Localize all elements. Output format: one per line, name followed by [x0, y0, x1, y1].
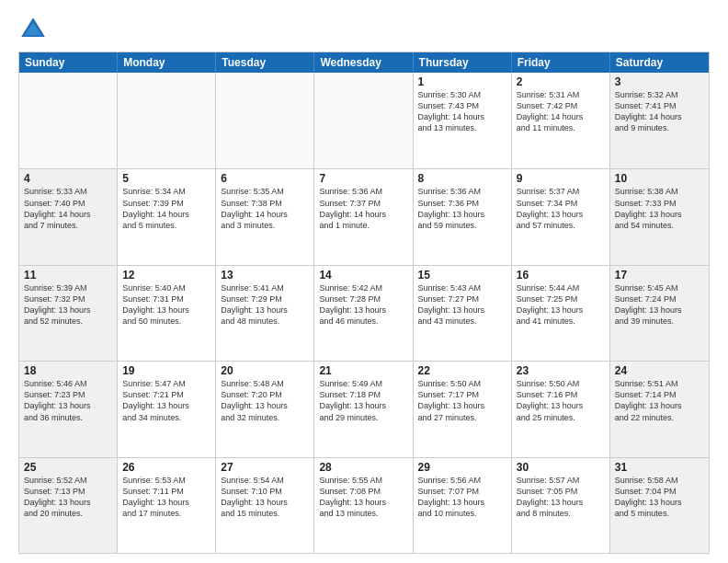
week-row-3: 11Sunrise: 5:39 AM Sunset: 7:32 PM Dayli… [19, 265, 709, 361]
week-row-4: 18Sunrise: 5:46 AM Sunset: 7:23 PM Dayli… [19, 361, 709, 456]
day-info: Sunrise: 5:37 AM Sunset: 7:34 PM Dayligh… [517, 186, 605, 231]
day-info: Sunrise: 5:39 AM Sunset: 7:32 PM Dayligh… [24, 282, 112, 327]
cal-cell-22: 22Sunrise: 5:50 AM Sunset: 7:17 PM Dayli… [414, 362, 512, 456]
day-info: Sunrise: 5:44 AM Sunset: 7:25 PM Dayligh… [517, 282, 605, 327]
day-info: Sunrise: 5:32 AM Sunset: 7:41 PM Dayligh… [615, 89, 704, 134]
cal-cell-9: 9Sunrise: 5:37 AM Sunset: 7:34 PM Daylig… [512, 169, 610, 264]
week-row-1: 1Sunrise: 5:30 AM Sunset: 7:43 PM Daylig… [19, 73, 709, 168]
cal-cell-5: 5Sunrise: 5:34 AM Sunset: 7:39 PM Daylig… [118, 169, 216, 264]
day-info: Sunrise: 5:30 AM Sunset: 7:43 PM Dayligh… [418, 89, 506, 134]
cal-cell-18: 18Sunrise: 5:46 AM Sunset: 7:23 PM Dayli… [19, 362, 118, 456]
day-info: Sunrise: 5:42 AM Sunset: 7:28 PM Dayligh… [319, 282, 407, 327]
cal-cell-empty-0-0 [19, 73, 118, 168]
day-info: Sunrise: 5:43 AM Sunset: 7:27 PM Dayligh… [418, 282, 506, 327]
cal-cell-15: 15Sunrise: 5:43 AM Sunset: 7:27 PM Dayli… [414, 266, 512, 361]
day-info: Sunrise: 5:50 AM Sunset: 7:17 PM Dayligh… [418, 378, 506, 423]
cal-cell-7: 7Sunrise: 5:36 AM Sunset: 7:37 PM Daylig… [314, 169, 413, 264]
cal-cell-empty-0-3 [314, 73, 413, 168]
day-info: Sunrise: 5:52 AM Sunset: 7:13 PM Dayligh… [24, 475, 112, 520]
cal-cell-13: 13Sunrise: 5:41 AM Sunset: 7:29 PM Dayli… [216, 266, 314, 361]
day-info: Sunrise: 5:40 AM Sunset: 7:31 PM Dayligh… [122, 282, 210, 327]
day-info: Sunrise: 5:58 AM Sunset: 7:04 PM Dayligh… [615, 475, 704, 520]
day-info: Sunrise: 5:45 AM Sunset: 7:24 PM Dayligh… [615, 282, 704, 327]
cal-cell-12: 12Sunrise: 5:40 AM Sunset: 7:31 PM Dayli… [118, 266, 216, 361]
day-number: 26 [122, 461, 210, 474]
cal-cell-1: 1Sunrise: 5:30 AM Sunset: 7:43 PM Daylig… [414, 73, 512, 168]
header-day-tuesday: Tuesday [216, 52, 314, 73]
day-number: 8 [418, 172, 506, 185]
cal-cell-2: 2Sunrise: 5:31 AM Sunset: 7:42 PM Daylig… [512, 73, 610, 168]
day-number: 1 [418, 75, 506, 88]
day-info: Sunrise: 5:46 AM Sunset: 7:23 PM Dayligh… [24, 378, 112, 423]
day-info: Sunrise: 5:35 AM Sunset: 7:38 PM Dayligh… [221, 186, 309, 231]
day-info: Sunrise: 5:56 AM Sunset: 7:07 PM Dayligh… [418, 475, 506, 520]
day-number: 21 [319, 364, 407, 377]
cal-cell-17: 17Sunrise: 5:45 AM Sunset: 7:24 PM Dayli… [610, 266, 709, 361]
week-row-5: 25Sunrise: 5:52 AM Sunset: 7:13 PM Dayli… [19, 457, 709, 553]
day-info: Sunrise: 5:41 AM Sunset: 7:29 PM Dayligh… [221, 282, 309, 327]
day-info: Sunrise: 5:53 AM Sunset: 7:11 PM Dayligh… [122, 475, 210, 520]
day-info: Sunrise: 5:51 AM Sunset: 7:14 PM Dayligh… [615, 378, 704, 423]
day-info: Sunrise: 5:34 AM Sunset: 7:39 PM Dayligh… [122, 186, 210, 231]
day-number: 28 [319, 461, 407, 474]
cal-cell-6: 6Sunrise: 5:35 AM Sunset: 7:38 PM Daylig… [216, 169, 314, 264]
day-info: Sunrise: 5:33 AM Sunset: 7:40 PM Dayligh… [24, 186, 112, 231]
day-info: Sunrise: 5:36 AM Sunset: 7:36 PM Dayligh… [418, 186, 506, 231]
cal-cell-31: 31Sunrise: 5:58 AM Sunset: 7:04 PM Dayli… [610, 458, 709, 553]
cal-cell-30: 30Sunrise: 5:57 AM Sunset: 7:05 PM Dayli… [512, 458, 610, 553]
cal-cell-empty-0-1 [118, 73, 216, 168]
day-number: 15 [418, 269, 506, 282]
day-info: Sunrise: 5:50 AM Sunset: 7:16 PM Dayligh… [517, 378, 605, 423]
day-info: Sunrise: 5:36 AM Sunset: 7:37 PM Dayligh… [319, 186, 407, 231]
day-number: 13 [221, 269, 309, 282]
day-number: 4 [24, 172, 112, 185]
header-day-monday: Monday [118, 52, 216, 73]
page: SundayMondayTuesdayWednesdayThursdayFrid… [0, 0, 728, 563]
cal-cell-26: 26Sunrise: 5:53 AM Sunset: 7:11 PM Dayli… [118, 458, 216, 553]
day-info: Sunrise: 5:57 AM Sunset: 7:05 PM Dayligh… [517, 475, 605, 520]
calendar-header: SundayMondayTuesdayWednesdayThursdayFrid… [19, 52, 709, 73]
logo-icon [18, 15, 48, 44]
day-number: 9 [517, 172, 605, 185]
day-info: Sunrise: 5:31 AM Sunset: 7:42 PM Dayligh… [517, 89, 605, 134]
day-number: 25 [24, 461, 112, 474]
day-number: 14 [319, 269, 407, 282]
calendar: SundayMondayTuesdayWednesdayThursdayFrid… [18, 52, 710, 554]
day-number: 19 [122, 364, 210, 377]
day-number: 27 [221, 461, 309, 474]
day-number: 11 [24, 269, 112, 282]
header [18, 15, 710, 44]
cal-cell-24: 24Sunrise: 5:51 AM Sunset: 7:14 PM Dayli… [610, 362, 709, 456]
day-number: 20 [221, 364, 309, 377]
day-number: 2 [517, 75, 605, 88]
day-number: 22 [418, 364, 506, 377]
day-number: 7 [319, 172, 407, 185]
cal-cell-20: 20Sunrise: 5:48 AM Sunset: 7:20 PM Dayli… [216, 362, 314, 456]
cal-cell-11: 11Sunrise: 5:39 AM Sunset: 7:32 PM Dayli… [19, 266, 118, 361]
day-number: 5 [122, 172, 210, 185]
cal-cell-23: 23Sunrise: 5:50 AM Sunset: 7:16 PM Dayli… [512, 362, 610, 456]
day-info: Sunrise: 5:54 AM Sunset: 7:10 PM Dayligh… [221, 475, 309, 520]
day-number: 23 [517, 364, 605, 377]
day-number: 31 [615, 461, 704, 474]
day-number: 3 [615, 75, 704, 88]
cal-cell-27: 27Sunrise: 5:54 AM Sunset: 7:10 PM Dayli… [216, 458, 314, 553]
calendar-body: 1Sunrise: 5:30 AM Sunset: 7:43 PM Daylig… [19, 73, 709, 553]
header-day-saturday: Saturday [610, 52, 709, 73]
day-number: 16 [517, 269, 605, 282]
day-info: Sunrise: 5:48 AM Sunset: 7:20 PM Dayligh… [221, 378, 309, 423]
day-number: 24 [615, 364, 704, 377]
cal-cell-19: 19Sunrise: 5:47 AM Sunset: 7:21 PM Dayli… [118, 362, 216, 456]
cal-cell-empty-0-2 [216, 73, 314, 168]
cal-cell-16: 16Sunrise: 5:44 AM Sunset: 7:25 PM Dayli… [512, 266, 610, 361]
cal-cell-29: 29Sunrise: 5:56 AM Sunset: 7:07 PM Dayli… [414, 458, 512, 553]
day-number: 6 [221, 172, 309, 185]
header-day-wednesday: Wednesday [314, 52, 413, 73]
day-info: Sunrise: 5:38 AM Sunset: 7:33 PM Dayligh… [615, 186, 704, 231]
header-day-sunday: Sunday [19, 52, 118, 73]
cal-cell-21: 21Sunrise: 5:49 AM Sunset: 7:18 PM Dayli… [314, 362, 413, 456]
day-number: 10 [615, 172, 704, 185]
logo [18, 15, 51, 44]
day-number: 30 [517, 461, 605, 474]
cal-cell-28: 28Sunrise: 5:55 AM Sunset: 7:08 PM Dayli… [314, 458, 413, 553]
